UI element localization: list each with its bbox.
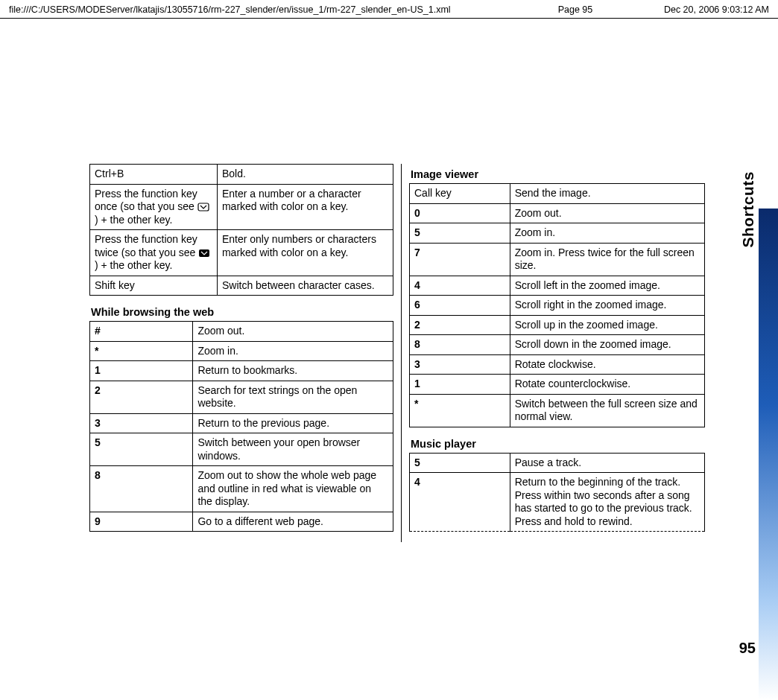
table-row: 4Return to the beginning of the track. P… (410, 473, 705, 532)
table-row: #Zoom out. (90, 322, 393, 342)
table-row: 0Zoom out. (410, 203, 705, 223)
key-cell: * (90, 341, 193, 361)
key-cell: Press the function key once (so that you… (90, 184, 218, 230)
desc-cell: Scroll up in the zoomed image. (510, 315, 704, 335)
key-cell: 1 (410, 375, 510, 395)
music-player-table: 5Pause a track. 4Return to the beginning… (409, 453, 705, 532)
desc-cell: Scroll left in the zoomed image. (510, 276, 704, 296)
table-row: Shift key Switch between character cases… (90, 276, 393, 296)
table-row: 5Zoom in. (410, 223, 705, 244)
svg-rect-0 (198, 203, 209, 211)
left-column: Ctrl+B Bold. Press the function key once… (89, 164, 401, 542)
desc-cell: Pause a track. (510, 453, 704, 473)
table-row: Press the function key once (so that you… (90, 184, 393, 230)
music-player-title: Music player (411, 438, 705, 450)
desc-cell: Zoom in. (510, 223, 704, 244)
desc-cell: Scroll right in the zoomed image. (510, 296, 704, 316)
table-row: 6Scroll right in the zoomed image. (410, 296, 705, 316)
key-suffix: ) + the other key. (95, 259, 172, 271)
key-cell: 2 (90, 381, 193, 413)
table-row: 8Zoom out to show the whole web page and… (90, 466, 393, 512)
key-cell: 4 (410, 473, 510, 532)
table-row: 1Return to bookmarks. (90, 361, 393, 381)
key-cell: 3 (90, 413, 193, 433)
key-cell: 8 (90, 466, 193, 512)
desc-cell: Bold. (217, 165, 393, 185)
header-page: Page 95 (531, 4, 620, 15)
fn-twice-icon (198, 247, 210, 259)
table-row: 9Go to a different web page. (90, 512, 393, 532)
image-viewer-title: Image viewer (411, 168, 705, 180)
desc-cell: Switch between the full screen size and … (510, 394, 704, 427)
table-row: Ctrl+B Bold. (90, 165, 393, 185)
table-row: 7Zoom in. Press twice for the full scree… (410, 243, 705, 276)
table-row: *Zoom in. (90, 341, 393, 361)
desc-cell: Search for text strings on the open webs… (193, 381, 393, 413)
key-cell: 6 (410, 296, 510, 316)
desc-cell: Return to bookmarks. (193, 361, 393, 381)
desc-cell: Zoom in. (193, 341, 393, 361)
key-cell: Press the function key twice (so that yo… (90, 230, 218, 276)
key-cell: 8 (410, 335, 510, 355)
desc-cell: Enter only numbers or characters marked … (217, 230, 393, 276)
key-cell: Call key (410, 184, 510, 204)
desc-cell: Send the image. (510, 184, 704, 204)
desc-cell: Switch between character cases. (217, 276, 393, 296)
desc-cell: Scroll down in the zoomed image. (510, 335, 704, 355)
browsing-title: While browsing the web (91, 306, 393, 318)
body-area: Ctrl+B Bold. Press the function key once… (0, 164, 778, 693)
table-row: 5Switch between your open browser window… (90, 433, 393, 466)
desc-cell: Enter a number or a character marked wit… (217, 184, 393, 230)
desc-cell: Rotate counterclockwise. (510, 375, 704, 395)
key-cell: 5 (410, 453, 510, 473)
svg-rect-1 (199, 249, 209, 257)
table-row: 5Pause a track. (410, 453, 705, 473)
key-cell: 7 (410, 243, 510, 276)
columns: Ctrl+B Bold. Press the function key once… (0, 164, 778, 542)
key-cell: 5 (90, 433, 193, 466)
table-row: 3Rotate clockwise. (410, 354, 705, 375)
print-header: file:///C:/USERS/MODEServer/lkatajis/130… (0, 0, 778, 19)
key-cell: 0 (410, 203, 510, 223)
table-row: 2Search for text strings on the open web… (90, 381, 393, 413)
text-editing-table: Ctrl+B Bold. Press the function key once… (89, 164, 393, 296)
table-row: 4Scroll left in the zoomed image. (410, 276, 705, 296)
key-cell: 2 (410, 315, 510, 335)
desc-cell: Go to a different web page. (193, 512, 393, 532)
key-prefix: Press the function key once (so that you… (95, 188, 197, 213)
browsing-table: #Zoom out. *Zoom in. 1Return to bookmark… (89, 321, 393, 532)
key-cell: * (410, 394, 510, 427)
table-row: 8Scroll down in the zoomed image. (410, 335, 705, 355)
image-viewer-table: Call keySend the image. 0Zoom out. 5Zoom… (409, 183, 705, 427)
desc-cell: Return to the beginning of the track. Pr… (510, 473, 704, 532)
table-row: *Switch between the full screen size and… (410, 394, 705, 427)
key-cell: 5 (410, 223, 510, 244)
desc-cell: Zoom out. (193, 322, 393, 342)
desc-cell: Return to the previous page. (193, 413, 393, 433)
desc-cell: Zoom out to show the whole web page and … (193, 466, 393, 512)
key-cell: Shift key (90, 276, 218, 296)
key-cell: 9 (90, 512, 193, 532)
desc-cell: Zoom out. (510, 203, 704, 223)
key-cell: 4 (410, 276, 510, 296)
table-row: 2Scroll up in the zoomed image. (410, 315, 705, 335)
key-cell: # (90, 322, 193, 342)
page: { "header": { "path": "file:///C:/USERS/… (0, 0, 778, 700)
table-row: Press the function key twice (so that yo… (90, 230, 393, 276)
desc-cell: Zoom in. Press twice for the full screen… (510, 243, 704, 276)
right-column: Image viewer Call keySend the image. 0Zo… (401, 164, 712, 542)
header-path: file:///C:/USERS/MODEServer/lkatajis/130… (9, 4, 531, 15)
table-row: 3Return to the previous page. (90, 413, 393, 433)
table-row: Call keySend the image. (410, 184, 705, 204)
desc-cell: Rotate clockwise. (510, 354, 704, 375)
key-cell: Ctrl+B (90, 165, 218, 185)
desc-cell: Switch between your open browser windows… (193, 433, 393, 466)
key-prefix: Press the function key twice (so that yo… (95, 233, 198, 258)
key-suffix: ) + the other key. (95, 214, 172, 226)
table-row: 1Rotate counterclockwise. (410, 375, 705, 395)
key-cell: 3 (410, 354, 510, 375)
fn-once-icon (197, 201, 209, 213)
key-cell: 1 (90, 361, 193, 381)
